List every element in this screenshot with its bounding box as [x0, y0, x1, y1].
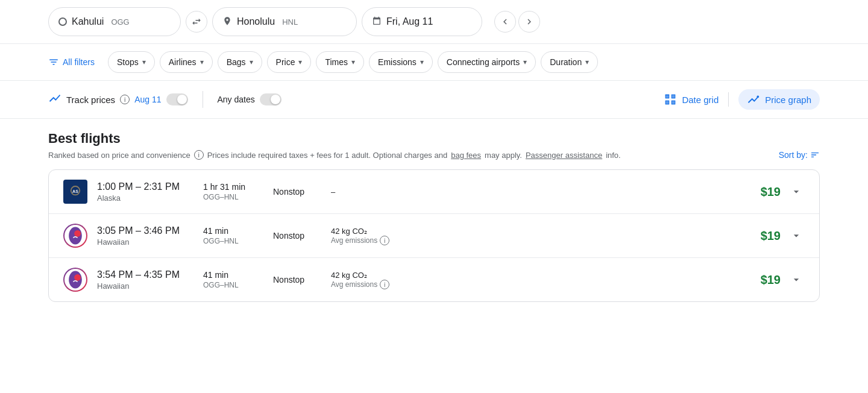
sort-by-button[interactable]: Sort by:	[779, 150, 820, 160]
svg-point-1	[757, 96, 760, 98]
track-bar-divider	[203, 91, 203, 108]
flight-emissions-3: 42 kg CO₂ Avg emissions i	[331, 271, 403, 289]
flight-stops-3: Nonstop	[273, 275, 321, 285]
chevron-left-icon	[500, 16, 511, 27]
emission-value-2: 42 kg CO₂	[331, 227, 403, 236]
expand-flight-2-button[interactable]	[788, 227, 805, 244]
flight-time-range-2: 3:05 PM – 3:46 PM	[97, 225, 193, 236]
emission-info-icon-3[interactable]: i	[380, 280, 389, 289]
bags-filter-button[interactable]: Bags ▾	[218, 51, 262, 73]
flight-times-2: 3:05 PM – 3:46 PM Hawaiian	[97, 225, 193, 247]
stops-label: Stops	[117, 57, 139, 67]
bags-chevron-icon: ▾	[250, 58, 253, 66]
emissions-filter-button[interactable]: Emissions ▾	[369, 51, 433, 73]
svg-text:AS: AS	[72, 189, 78, 194]
any-dates-toggle[interactable]	[260, 93, 281, 105]
flight-times-1: 1:00 PM – 2:31 PM Alaska	[97, 181, 193, 203]
price-value-1: $19	[761, 185, 781, 199]
flight-price-1: $19	[761, 183, 805, 200]
emission-value-3: 42 kg CO₂	[331, 271, 403, 280]
destination-field[interactable]: Honolulu HNL	[212, 7, 357, 36]
track-prices-chart-icon	[48, 92, 61, 108]
flight-emissions-2: 42 kg CO₂ Avg emissions i	[331, 227, 403, 245]
duration-filter-button[interactable]: Duration ▾	[541, 51, 598, 73]
any-dates-label: Any dates	[218, 95, 255, 104]
duration-label: Duration	[550, 57, 582, 67]
flight-route-1: OGG–HNL	[203, 193, 263, 201]
flight-time-range-3: 3:54 PM – 4:35 PM	[97, 269, 193, 280]
price-chevron-icon: ▾	[298, 58, 302, 66]
track-prices-toggle[interactable]	[166, 93, 188, 105]
times-filter-button[interactable]: Times ▾	[316, 51, 364, 73]
best-flights-title: Best flights	[48, 131, 820, 146]
track-date-chip: Aug 11	[134, 95, 161, 104]
flight-row[interactable]: 3:54 PM – 4:35 PM Hawaiian 41 min OGG–HN…	[49, 258, 819, 301]
flight-row[interactable]: 3:05 PM – 3:46 PM Hawaiian 41 min OGG–HN…	[49, 214, 819, 258]
track-left-section: Track prices i Aug 11 Any dates	[48, 91, 664, 108]
svg-point-8	[74, 230, 81, 237]
ranked-info-icon[interactable]: i	[194, 150, 204, 160]
flights-list: AS 1:00 PM – 2:31 PM Alaska 1 hr 31 min …	[48, 169, 820, 302]
hawaiian-airlines-logo-image	[64, 225, 86, 247]
emission-value-1: –	[331, 187, 403, 196]
airlines-label: Airlines	[169, 57, 197, 67]
price-filter-button[interactable]: Price ▾	[267, 51, 312, 73]
chevron-down-icon	[790, 230, 802, 242]
filter-bar: All filters Stops ▾ Airlines ▾ Bags ▾ Pr…	[0, 44, 868, 81]
price-graph-icon	[747, 93, 760, 106]
track-prices-label: Track prices	[66, 95, 115, 105]
origin-city: Kahului	[72, 16, 104, 27]
origin-circle-icon	[58, 17, 67, 26]
airlines-chevron-icon: ▾	[200, 58, 204, 66]
hawaiian-logo-2	[63, 268, 87, 292]
all-filters-button[interactable]: All filters	[48, 51, 103, 73]
date-field[interactable]: Fri, Aug 11	[362, 7, 482, 36]
flight-airline-2: Hawaiian	[97, 237, 193, 247]
stops-filter-button[interactable]: Stops ▾	[108, 51, 155, 73]
expand-flight-3-button[interactable]	[788, 271, 805, 288]
sort-by-label: Sort by:	[779, 150, 808, 160]
connecting-airports-chevron-icon: ▾	[523, 58, 527, 66]
bag-fees-link[interactable]: bag fees	[451, 151, 481, 160]
calendar-icon	[372, 16, 382, 28]
date-nav	[494, 11, 540, 33]
chevron-down-icon	[790, 186, 802, 198]
flight-price-2: $19	[761, 227, 805, 244]
bags-label: Bags	[227, 57, 246, 67]
emission-sub-2: Avg emissions i	[331, 236, 403, 245]
flight-row[interactable]: AS 1:00 PM – 2:31 PM Alaska 1 hr 31 min …	[49, 170, 819, 214]
flight-time-range-1: 1:00 PM – 2:31 PM	[97, 181, 193, 192]
flight-duration-time-2: 41 min	[203, 226, 263, 236]
connecting-airports-filter-button[interactable]: Connecting airports ▾	[438, 51, 536, 73]
destination-city: Honolulu	[237, 16, 275, 27]
flight-duration-3: 41 min OGG–HNL	[203, 270, 263, 289]
best-flights-subtitle: Ranked based on price and convenience i …	[48, 150, 820, 160]
flight-stops-2: Nonstop	[273, 231, 321, 241]
date-grid-icon	[664, 93, 677, 106]
duration-chevron-icon: ▾	[585, 58, 589, 66]
flight-times-3: 3:54 PM – 4:35 PM Hawaiian	[97, 269, 193, 291]
track-prices-text: Track prices	[66, 95, 115, 105]
emission-info-icon-2[interactable]: i	[380, 236, 389, 245]
origin-field[interactable]: Kahului OGG	[48, 7, 181, 36]
date-grid-label: Date grid	[682, 95, 719, 105]
flight-airline-1: Alaska	[97, 193, 193, 203]
filter-icon	[48, 57, 59, 68]
swap-button[interactable]	[186, 11, 207, 33]
airlines-filter-button[interactable]: Airlines ▾	[160, 51, 213, 73]
connecting-airports-label: Connecting airports	[447, 57, 520, 67]
flight-route-3: OGG–HNL	[203, 281, 263, 289]
times-label: Times	[325, 57, 348, 67]
view-buttons-divider	[728, 92, 729, 107]
passenger-assistance-link[interactable]: Passenger assistance	[526, 151, 602, 160]
next-date-button[interactable]	[518, 11, 540, 33]
track-info-icon[interactable]: i	[120, 95, 130, 104]
destination-pin-icon	[222, 16, 232, 28]
ranked-text: Ranked based on price and convenience	[48, 151, 190, 160]
prev-date-button[interactable]	[494, 11, 516, 33]
hawaiian-logo-1	[63, 224, 87, 248]
date-grid-button[interactable]: Date grid	[664, 93, 719, 106]
expand-flight-1-button[interactable]	[788, 183, 805, 200]
price-graph-button[interactable]: Price graph	[738, 89, 820, 110]
emission-sub-3: Avg emissions i	[331, 280, 403, 289]
